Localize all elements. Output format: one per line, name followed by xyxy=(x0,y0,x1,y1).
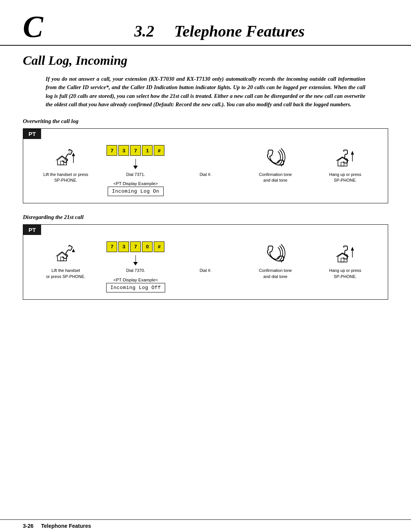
page-header: C 3.2 Telephone Features xyxy=(0,0,411,46)
step-hash-2: Dial #. xyxy=(170,241,241,273)
key-7a: 7 xyxy=(107,145,117,156)
step-label-tone-1: Confirmation toneand dial tone xyxy=(259,172,292,184)
key-0: 0 xyxy=(142,241,153,252)
header-title: 3.2 Telephone Features xyxy=(51,22,388,42)
pt-display-screen-2: Incoming Log Off xyxy=(106,283,165,292)
step-lift-handset-1: Lift the handset or pressSP-PHONE. xyxy=(31,145,101,184)
step-label-keys-2: Dial 7370. xyxy=(126,268,145,273)
key-1: 1 xyxy=(142,145,153,156)
diagram-box-1: PT xyxy=(23,128,388,203)
svg-line-2 xyxy=(56,156,62,160)
subsection-label-1: Overwriting the call log xyxy=(23,118,388,125)
step-hash-1: Dial #. xyxy=(170,145,241,177)
key-hash-1: # xyxy=(154,145,164,156)
svg-line-20 xyxy=(336,253,342,257)
key-hash-2: # xyxy=(154,241,164,252)
step-label-lift-2: Lift the handsetor press SP-PHONE. xyxy=(46,268,85,280)
intro-paragraph: If you do not answer a call, your extens… xyxy=(46,75,365,109)
pt-display-1: <PT Display Example> Incoming Log On xyxy=(108,181,164,196)
hangup-icon-1 xyxy=(334,146,356,168)
diagram-box-2: PT Lift the handsetor pres xyxy=(23,224,388,299)
page-content: Call Log, Incoming If you do not answer … xyxy=(0,53,411,300)
key-3: 3 xyxy=(118,145,129,156)
pt-display-2: <PT Display Example> Incoming Log Off xyxy=(106,278,165,292)
step-label-lift-1: Lift the handset or pressSP-PHONE. xyxy=(43,172,88,184)
svg-marker-14 xyxy=(57,252,67,261)
step-lift-handset-2: Lift the handsetor press SP-PHONE. xyxy=(31,241,101,280)
footer-page-number: 3-26 xyxy=(23,523,33,529)
key-7c: 7 xyxy=(107,241,117,252)
header-letter: C xyxy=(23,11,43,42)
step-label-tone-2: Confirmation toneand dial tone xyxy=(259,268,292,280)
step-label-hangup-2: Hang up or pressSP-PHONE. xyxy=(329,268,361,280)
section-title: Call Log, Incoming xyxy=(23,53,388,68)
step-keys-2: 7 3 7 0 # Dial 7370. <PT Display Example… xyxy=(101,241,171,292)
svg-line-9 xyxy=(336,157,342,161)
footer-title: Telephone Features xyxy=(41,523,91,529)
svg-marker-18 xyxy=(72,249,75,252)
key-buttons-1: 7 3 7 1 # xyxy=(107,145,164,156)
pt-display-screen-1: Incoming Log On xyxy=(108,187,164,196)
step-tone-2: Confirmation toneand dial tone xyxy=(241,241,311,280)
handset-lift-icon-2 xyxy=(54,242,77,265)
svg-marker-23 xyxy=(351,247,354,251)
svg-marker-12 xyxy=(351,151,354,155)
key-buttons-2: 7 3 7 0 # xyxy=(107,241,164,252)
step-label-hangup-1: Hang up or pressSP-PHONE. xyxy=(329,172,361,184)
diagram-steps-2: Lift the handsetor press SP-PHONE. 7 3 7… xyxy=(23,235,388,292)
key-3b: 3 xyxy=(118,241,129,252)
step-label-hash-1: Dial #. xyxy=(199,172,211,177)
step-label-hash-2: Dial #. xyxy=(199,268,211,273)
step-keys-1: 7 3 7 1 # Dial 7371. <PT Display Exa xyxy=(101,145,171,196)
key-7d: 7 xyxy=(130,241,141,252)
step-tone-1: Confirmation toneand dial tone xyxy=(241,145,311,184)
diagram-steps-1: Lift the handset or pressSP-PHONE. 7 3 7… xyxy=(23,139,388,196)
subsection-label-2: Disregarding the 21st call xyxy=(23,214,388,220)
step-label-keys-1: Dial 7371. xyxy=(126,172,145,177)
hangup-icon-2 xyxy=(334,242,356,264)
key-7b: 7 xyxy=(130,145,141,156)
diagram-header-2: PT xyxy=(23,225,41,235)
confirmation-tone-icon-1 xyxy=(264,146,287,168)
page-footer: 3-26 Telephone Features xyxy=(0,519,411,532)
svg-line-15 xyxy=(56,252,62,256)
handset-lift-icon-1 xyxy=(54,146,77,169)
confirmation-tone-icon-2 xyxy=(264,242,287,264)
diagram-header-1: PT xyxy=(23,129,41,139)
svg-marker-7 xyxy=(72,153,75,156)
step-hangup-2: Hang up or pressSP-PHONE. xyxy=(310,241,380,280)
step-hangup-1: Hang up or pressSP-PHONE. xyxy=(310,145,380,184)
